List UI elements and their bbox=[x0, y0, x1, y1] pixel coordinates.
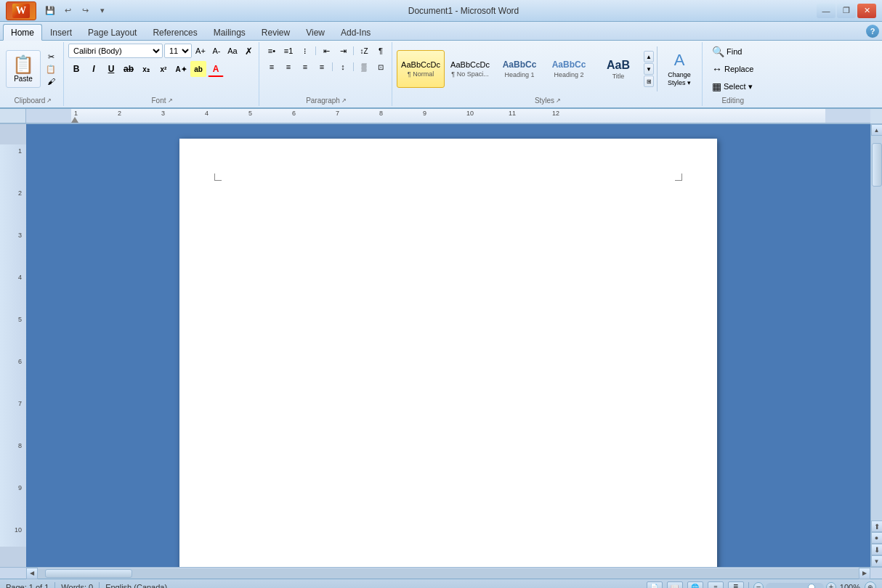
paragraph-expand-icon[interactable]: ↗ bbox=[341, 97, 347, 104]
sort-button[interactable]: ↕Z bbox=[356, 44, 372, 58]
language-info[interactable]: English (Canada) bbox=[105, 583, 167, 589]
change-styles-button[interactable]: A ChangeStyles ▾ bbox=[660, 50, 699, 88]
format-painter-button[interactable]: 🖌 bbox=[41, 75, 60, 87]
justify-button[interactable]: ≡ bbox=[314, 60, 330, 74]
tab-mailings[interactable]: Mailings bbox=[206, 24, 254, 40]
view-print-button[interactable]: 📄 bbox=[647, 581, 663, 589]
zoom-in-button[interactable]: + bbox=[826, 582, 836, 589]
tab-review[interactable]: Review bbox=[254, 24, 298, 40]
view-web-button[interactable]: 🌐 bbox=[687, 581, 703, 589]
font-color-button[interactable]: A bbox=[208, 61, 224, 77]
shading-button[interactable]: ▒ bbox=[356, 60, 372, 74]
find-label: Find bbox=[727, 47, 742, 56]
styles-scroll-down[interactable]: ▼ bbox=[644, 63, 654, 75]
bold-button[interactable]: B bbox=[68, 61, 84, 77]
zoom-thumb[interactable] bbox=[808, 584, 815, 589]
scrollbar-left-button[interactable]: ◀ bbox=[26, 568, 38, 579]
subscript-button[interactable]: x₂ bbox=[138, 61, 154, 77]
save-button[interactable]: 💾 bbox=[42, 3, 58, 19]
align-center-button[interactable]: ≡ bbox=[280, 60, 296, 74]
scrollbar-h-thumb[interactable] bbox=[45, 569, 132, 578]
select-button[interactable]: ▦ Select ▾ bbox=[707, 78, 758, 94]
next-page-button[interactable]: ⬇ bbox=[871, 544, 883, 555]
view-draft-button[interactable]: ≣ bbox=[728, 581, 744, 589]
font-family-select[interactable]: Calibri (Body) bbox=[68, 44, 163, 58]
document-page[interactable] bbox=[179, 139, 717, 567]
change-case-button[interactable]: Aa bbox=[225, 44, 240, 58]
view-outline-button[interactable]: ≡ bbox=[708, 581, 724, 589]
office-button[interactable]: W bbox=[6, 1, 36, 20]
zoom-slider[interactable] bbox=[766, 583, 824, 589]
styles-expand-icon[interactable]: ↗ bbox=[556, 97, 561, 104]
numbering-button[interactable]: ≡1 bbox=[280, 44, 296, 58]
scroll-corner-br bbox=[870, 567, 882, 579]
zoom-out-button[interactable]: − bbox=[753, 582, 764, 589]
align-left-button[interactable]: ≡ bbox=[264, 60, 280, 74]
style-nospacing[interactable]: AaBbCcDc ¶ No Spaci... bbox=[446, 50, 494, 88]
style-normal[interactable]: AaBbCcDc ¶ Normal bbox=[397, 50, 445, 88]
style-title-name: Title bbox=[612, 73, 625, 80]
paste-button[interactable]: 📋 Paste bbox=[6, 50, 41, 88]
redo-button[interactable]: ↪ bbox=[77, 3, 93, 19]
font-size-select[interactable]: 11 bbox=[164, 44, 192, 58]
horizontal-ruler[interactable]: 1 2 3 4 5 6 7 8 9 10 11 12 bbox=[26, 109, 870, 123]
superscript-button[interactable]: x² bbox=[155, 61, 171, 77]
grow-font-button[interactable]: A+ bbox=[193, 44, 208, 58]
styles-more[interactable]: ⊞ bbox=[644, 75, 654, 87]
scrollbar-track[interactable] bbox=[871, 136, 883, 520]
ruler-corner[interactable] bbox=[0, 109, 26, 123]
decrease-indent-button[interactable]: ⇤ bbox=[318, 44, 334, 58]
document-content[interactable] bbox=[26, 124, 870, 567]
tab-references[interactable]: References bbox=[145, 24, 205, 40]
tab-insert[interactable]: Insert bbox=[42, 24, 80, 40]
clipboard-content: 📋 Paste ✂ 📋 🖌 bbox=[6, 42, 60, 96]
zoom-pct-label: 100% bbox=[840, 583, 860, 589]
font-expand-icon[interactable]: ↗ bbox=[168, 97, 173, 104]
scrollbar-h-track[interactable] bbox=[38, 568, 859, 579]
italic-button[interactable]: I bbox=[86, 61, 102, 77]
shrink-font-button[interactable]: A- bbox=[209, 44, 224, 58]
undo-button[interactable]: ↩ bbox=[60, 3, 76, 19]
replace-button[interactable]: ↔ Replace bbox=[707, 61, 758, 77]
scrollbar-down-button[interactable]: ▼ bbox=[871, 555, 883, 567]
tab-pagelayout[interactable]: Page Layout bbox=[80, 24, 145, 40]
highlight-color-button[interactable]: ab bbox=[190, 61, 206, 77]
increase-indent-button[interactable]: ⇥ bbox=[335, 44, 351, 58]
copy-button[interactable]: 📋 bbox=[41, 63, 60, 75]
align-right-button[interactable]: ≡ bbox=[297, 60, 313, 74]
close-button[interactable]: ✕ bbox=[857, 4, 876, 18]
style-title[interactable]: AaB Title bbox=[594, 50, 642, 88]
show-marks-button[interactable]: ¶ bbox=[373, 44, 389, 58]
paragraph-top-row: ≡• ≡1 ⫶ ⇤ ⇥ ↕Z ¶ bbox=[264, 44, 389, 58]
minimize-button[interactable]: — bbox=[817, 4, 836, 18]
bullets-button[interactable]: ≡• bbox=[264, 44, 280, 58]
style-heading1[interactable]: AaBbCc Heading 1 bbox=[495, 50, 543, 88]
tab-addins[interactable]: Add-Ins bbox=[333, 24, 379, 40]
scrollbar-right-button[interactable]: ▶ bbox=[859, 568, 870, 579]
underline-button[interactable]: U bbox=[103, 61, 119, 77]
find-button[interactable]: 🔍 Find bbox=[707, 44, 747, 60]
select-object-button[interactable]: ● bbox=[871, 532, 883, 544]
strikethrough-button[interactable]: ab bbox=[121, 61, 137, 77]
font-group: Calibri (Body) 11 A+ A- Aa ✗ B I U ab x₂… bbox=[65, 42, 259, 106]
line-spacing-button[interactable]: ↕ bbox=[335, 60, 351, 74]
maximize-button[interactable]: ❐ bbox=[837, 4, 856, 18]
scrollbar-up-button[interactable]: ▲ bbox=[871, 124, 883, 136]
multilevel-button[interactable]: ⫶ bbox=[297, 44, 313, 58]
cut-button[interactable]: ✂ bbox=[41, 51, 60, 62]
view-fullscreen-button[interactable]: 📖 bbox=[667, 581, 683, 589]
clear-format-button[interactable]: ✗ bbox=[241, 44, 256, 58]
tab-view[interactable]: View bbox=[298, 24, 333, 40]
style-heading2[interactable]: AaBbCc Heading 2 bbox=[545, 50, 593, 88]
tab-home[interactable]: Home bbox=[3, 24, 42, 41]
zoom-adjust-button[interactable]: ⊕ bbox=[865, 581, 876, 589]
qa-dropdown-button[interactable]: ▾ bbox=[94, 3, 110, 19]
borders-button[interactable]: ⊡ bbox=[373, 60, 389, 74]
prev-page-button[interactable]: ⬆ bbox=[871, 520, 883, 532]
scrollbar-thumb[interactable] bbox=[872, 143, 882, 187]
ribbon-tabs: Home Insert Page Layout References Maili… bbox=[0, 22, 882, 41]
text-effects-button[interactable]: A✦ bbox=[173, 61, 189, 77]
help-button[interactable]: ? bbox=[866, 25, 879, 38]
styles-scroll-up[interactable]: ▲ bbox=[644, 51, 654, 62]
clipboard-expand-icon[interactable]: ↗ bbox=[46, 97, 52, 104]
